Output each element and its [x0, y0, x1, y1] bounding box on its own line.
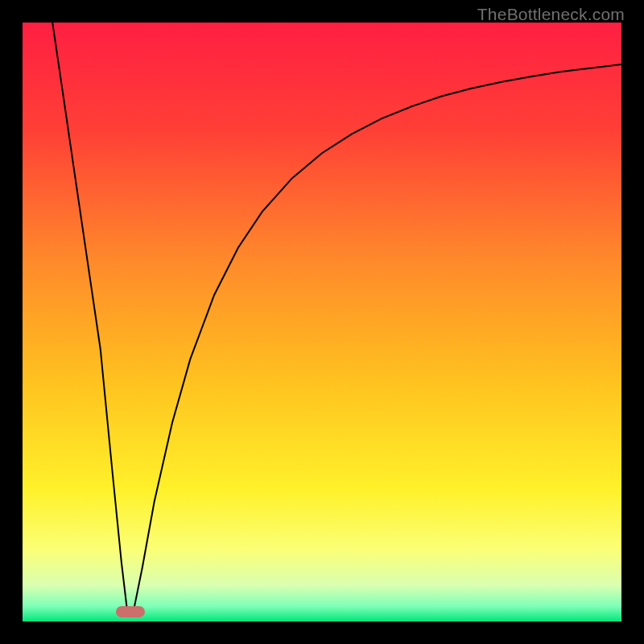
minimum-marker [116, 606, 145, 617]
curve-right-branch [134, 64, 621, 612]
chart-curve [23, 23, 621, 621]
curve-left-branch [52, 23, 127, 612]
chart-frame: TheBottleneck.com [0, 0, 644, 644]
watermark-text: TheBottleneck.com [477, 5, 625, 24]
plot-area [23, 23, 621, 621]
